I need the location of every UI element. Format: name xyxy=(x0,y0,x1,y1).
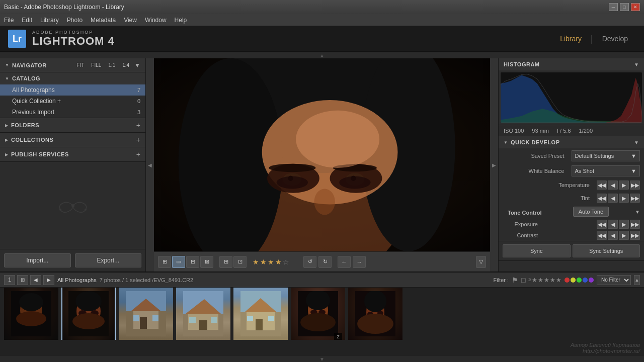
publish-services-header[interactable]: ▶ Publish Services + xyxy=(0,147,145,161)
contrast-decrease[interactable]: ◀ xyxy=(608,231,618,240)
tint-fast-decrease[interactable]: ◀◀ xyxy=(597,194,607,203)
nav-zoom[interactable]: 1:4 xyxy=(120,61,131,69)
grid-view-button[interactable]: ⊞ xyxy=(17,275,28,285)
qd-dropdown-icon[interactable]: ▼ xyxy=(634,140,639,145)
prev-photo-button[interactable]: ← xyxy=(338,256,351,268)
contrast-fast-decrease[interactable]: ◀◀ xyxy=(597,231,607,240)
right-panel-collapse-tab[interactable]: ▶ xyxy=(490,58,498,272)
compare-view-button[interactable]: ⊟ xyxy=(186,256,199,268)
star-2[interactable]: ★ xyxy=(260,258,267,266)
sync-settings-button[interactable]: Sync Settings xyxy=(573,244,640,257)
survey-view-button[interactable]: ⊠ xyxy=(200,256,213,268)
catalog-previous-import[interactable]: Previous Import 3 xyxy=(0,107,145,118)
tint-increase[interactable]: ▶ xyxy=(619,194,629,203)
exposure-increase[interactable]: ▶ xyxy=(619,220,629,229)
menu-metadata[interactable]: Metadata xyxy=(91,17,116,24)
bottom-panel-collapse[interactable]: ▼ xyxy=(0,356,644,362)
filter-star-2[interactable]: ★ xyxy=(538,277,543,284)
white-balance-dropdown[interactable]: As Shot ▼ xyxy=(572,165,640,176)
thumbnail-4[interactable] xyxy=(176,288,230,340)
quick-develop-header[interactable]: ▼ Quick Develop ▼ xyxy=(499,136,644,148)
no-filter-select[interactable]: No Filter xyxy=(597,275,631,285)
filter-star-4[interactable]: ★ xyxy=(550,277,555,284)
grid-num-button[interactable]: 1 xyxy=(4,275,15,285)
menu-file[interactable]: File xyxy=(4,17,14,24)
contrast-increase[interactable]: ▶ xyxy=(619,231,629,240)
histogram-header[interactable]: Histogram ▼ xyxy=(499,58,644,70)
catalog-header[interactable]: ▼ Catalog xyxy=(0,72,145,84)
thumbnail-5[interactable] xyxy=(233,288,288,340)
thumbnail-7[interactable] xyxy=(348,288,403,340)
star-3[interactable]: ★ xyxy=(268,258,274,266)
sync-button[interactable]: Sync xyxy=(503,244,571,257)
star-4[interactable]: ★ xyxy=(275,258,282,266)
close-button[interactable]: ✕ xyxy=(631,3,640,11)
export-button[interactable]: Export... xyxy=(75,253,142,267)
thumbnail-2[interactable] xyxy=(61,288,116,340)
color-filter-yellow[interactable] xyxy=(571,278,576,283)
exposure-decrease[interactable]: ◀ xyxy=(608,220,618,229)
thumbnail-3[interactable] xyxy=(119,288,173,340)
nav-fill[interactable]: FILL xyxy=(89,61,103,69)
prev-nav-button[interactable]: ◀ xyxy=(30,275,41,285)
publish-services-add-button[interactable]: + xyxy=(136,150,140,158)
flag-filter-unflagged[interactable]: □ xyxy=(521,276,525,284)
tint-fast-increase[interactable]: ▶▶ xyxy=(630,194,640,203)
temperature-increase[interactable]: ▶ xyxy=(619,180,629,190)
grid-view-button[interactable]: ⊞ xyxy=(158,256,171,268)
exposure-fast-increase[interactable]: ▶▶ xyxy=(630,220,640,229)
secondary-display-button[interactable]: ⊞ xyxy=(219,256,232,268)
module-develop-tab[interactable]: Develop xyxy=(594,33,636,45)
secondary-mode-button[interactable]: ⊡ xyxy=(233,256,247,268)
menu-help[interactable]: Help xyxy=(175,17,187,24)
color-filter-purple[interactable] xyxy=(589,278,594,283)
temperature-decrease[interactable]: ◀ xyxy=(608,180,618,190)
flag-filter-flagged[interactable]: ⚑ xyxy=(512,276,518,284)
filter-star-5[interactable]: ★ xyxy=(556,277,561,284)
restore-button[interactable]: □ xyxy=(620,3,629,11)
filmstrip-expand-button[interactable]: ▲ xyxy=(634,275,640,285)
menu-window[interactable]: Window xyxy=(145,17,167,24)
thumbnail-6[interactable]: Z xyxy=(291,288,345,340)
tint-decrease[interactable]: ◀ xyxy=(608,194,618,203)
next-nav-button[interactable]: ▶ xyxy=(43,275,54,285)
menu-edit[interactable]: Edit xyxy=(22,17,32,24)
menu-view[interactable]: View xyxy=(124,17,137,24)
menu-photo[interactable]: Photo xyxy=(67,17,83,24)
star-1[interactable]: ★ xyxy=(253,258,259,266)
collections-add-button[interactable]: + xyxy=(136,136,140,144)
filter-star-1[interactable]: ★ xyxy=(532,277,537,284)
import-button[interactable]: Import... xyxy=(4,253,71,267)
left-panel-collapse-tab[interactable]: ◀ xyxy=(146,58,154,272)
collections-header[interactable]: ▶ Collections + xyxy=(0,133,145,147)
navigator-header[interactable]: ▼ Navigator FIT FILL 1:1 1:4 ▼ xyxy=(0,58,145,72)
module-library-tab[interactable]: Library xyxy=(552,33,590,45)
temperature-fast-increase[interactable]: ▶▶ xyxy=(630,180,640,190)
rotate-left-button[interactable]: ↺ xyxy=(303,256,316,268)
minimize-button[interactable]: ─ xyxy=(609,3,618,11)
color-filter-red[interactable] xyxy=(565,278,570,283)
top-panel-collapse[interactable]: ▲ xyxy=(0,52,644,58)
nav-1to1[interactable]: 1:1 xyxy=(106,61,117,69)
histogram-dropdown-icon[interactable]: ▼ xyxy=(634,62,639,67)
catalog-quick-collection[interactable]: Quick Collection + 0 xyxy=(0,96,145,107)
nav-fit[interactable]: FIT xyxy=(74,61,86,69)
tone-control-dropdown[interactable]: ▼ xyxy=(635,209,640,215)
loupe-view-button[interactable]: ▭ xyxy=(172,256,185,268)
contrast-fast-increase[interactable]: ▶▶ xyxy=(630,231,640,240)
nav-zoom-dropdown[interactable]: ▼ xyxy=(134,62,140,69)
rotate-right-button[interactable]: ↻ xyxy=(318,256,332,268)
folders-add-button[interactable]: + xyxy=(136,121,140,129)
color-filter-green[interactable] xyxy=(577,278,582,283)
filmstrip-toggle[interactable]: ▽ xyxy=(476,256,486,268)
folders-header[interactable]: ▶ Folders + xyxy=(0,118,145,132)
star-5[interactable]: ☆ xyxy=(283,258,289,266)
color-filter-blue[interactable] xyxy=(583,278,588,283)
auto-tone-button[interactable]: Auto Tone xyxy=(573,207,609,217)
menu-library[interactable]: Library xyxy=(40,17,59,24)
filter-star-3[interactable]: ★ xyxy=(544,277,549,284)
catalog-all-photographs[interactable]: All Photographs 7 xyxy=(0,84,145,96)
thumbnail-1[interactable] xyxy=(4,288,58,340)
star-filter-caret[interactable]: ≥ xyxy=(529,277,532,284)
exposure-fast-decrease[interactable]: ◀◀ xyxy=(597,220,607,229)
